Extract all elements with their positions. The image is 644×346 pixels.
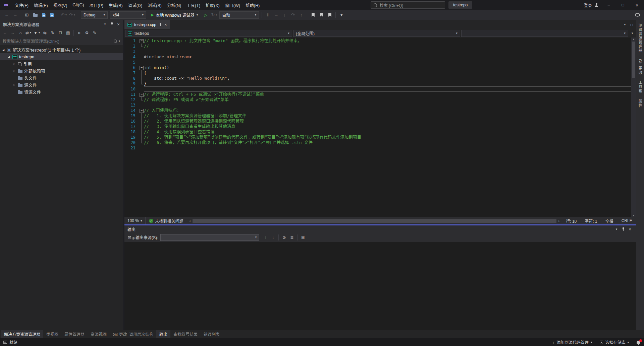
zoom-dropdown[interactable]: 100 % (124, 217, 146, 224)
scroll-right-icon[interactable] (556, 219, 562, 222)
menu-item[interactable]: 视图(V) (51, 0, 70, 10)
float-window-button[interactable] (629, 22, 635, 28)
collapse-all-icon[interactable]: ⊟ (57, 29, 64, 37)
code-line[interactable]: 21 (124, 145, 631, 151)
solution-search-box[interactable]: 搜索解决方案资源管理器(Ctrl+;) (0, 37, 123, 45)
member-dropdown[interactable] (461, 30, 628, 37)
tree-item[interactable]: 外部依赖项 (0, 67, 123, 74)
document-health-indicator[interactable]: 未找到相关问题 (146, 217, 187, 224)
sign-in-button[interactable]: 登录 (581, 2, 602, 8)
code-line[interactable]: 5 (124, 60, 631, 65)
code-line[interactable]: 18// 4. 使用错误列表窗口查看错误 (124, 129, 631, 135)
tool-window-tab[interactable]: 错误列表 (201, 330, 223, 338)
show-next-statement-icon[interactable]: → (272, 11, 280, 19)
goto-previous-message-icon[interactable]: ↑ (262, 234, 269, 241)
menu-item[interactable]: 生成(B) (106, 0, 125, 10)
code-line[interactable]: 14// 入门使用技巧: (124, 108, 631, 113)
expander-icon[interactable] (12, 70, 16, 72)
menu-item[interactable]: 帮助(H) (243, 0, 262, 10)
step-over-icon[interactable]: ↷ (289, 11, 297, 19)
pin-button[interactable] (109, 21, 115, 27)
pin-button[interactable] (620, 226, 626, 232)
code-line[interactable]: 9} (124, 81, 631, 86)
window-position-button[interactable] (102, 21, 108, 27)
tree-item[interactable]: testrepo (0, 53, 123, 60)
code-line[interactable]: 15// 1. 使用解决方案资源管理器窗口添加/管理文件 (124, 113, 631, 119)
tool-window-tab[interactable]: 调用层次结构 (126, 330, 156, 338)
wrench-icon[interactable]: ⚙ (83, 29, 91, 37)
encoding-indicator[interactable]: CRLF (618, 218, 636, 223)
pin-messages-icon[interactable]: ⊞ (299, 234, 307, 241)
menu-item[interactable]: 编辑(E) (31, 0, 51, 10)
output-source-combo[interactable] (160, 234, 259, 241)
document-list-button[interactable] (622, 22, 628, 28)
tool-window-tab[interactable]: 查找符号结果 (170, 330, 201, 338)
hot-reload-icon[interactable]: ↻ (210, 11, 218, 19)
toolbar-options-icon[interactable]: ▾ (337, 11, 345, 19)
code-line[interactable]: 11// 运行程序: Ctrl + F5 或调试 >“开始执行(不调试)”菜单 (124, 92, 631, 97)
show-all-files-icon[interactable]: ▤ (64, 29, 72, 37)
code-line[interactable]: 6int main() (124, 65, 631, 70)
break-all-icon[interactable]: ‖ (264, 11, 272, 19)
tool-window-tab[interactable]: 类视图 (43, 330, 61, 338)
scope-dropdown[interactable]: (全局范围) (293, 30, 460, 37)
visual-studio-logo-icon[interactable] (0, 2, 12, 8)
add-to-source-control-button[interactable]: 添加到源代码管理 (549, 338, 596, 346)
tree-item[interactable]: 引用 (0, 60, 123, 67)
navigate-forward-icon[interactable]: → (11, 11, 19, 19)
code-line[interactable]: 7{ (124, 70, 631, 76)
navbar-expand-button[interactable] (629, 30, 635, 37)
next-bookmark-icon[interactable] (326, 11, 334, 19)
step-into-icon[interactable]: ↓ (280, 11, 288, 19)
undo-icon[interactable]: ↶ (60, 11, 68, 19)
refresh-icon[interactable]: ↻ (49, 29, 56, 37)
new-project-icon[interactable]: ⊞ (23, 11, 31, 19)
code-line[interactable]: 12// 调试程序: F5 或调试 >“开始调试”菜单 (124, 97, 631, 102)
expander-icon[interactable] (12, 84, 16, 86)
code-line[interactable]: 13 (124, 102, 631, 108)
pending-changes-filter-icon[interactable]: ▼ (33, 29, 41, 37)
expander-icon[interactable] (7, 56, 11, 58)
menu-item[interactable]: 文件(F) (12, 0, 31, 10)
window-position-button[interactable] (613, 226, 620, 232)
expander-icon[interactable] (1, 49, 5, 51)
sync-with-active-document-icon[interactable]: ⇆ (41, 29, 49, 37)
home-icon[interactable]: ⌂ (17, 29, 24, 37)
code-line[interactable]: 2// (124, 44, 631, 49)
step-out-icon[interactable]: ↑ (297, 11, 305, 19)
code-line[interactable]: 4#include <iostream> (124, 54, 631, 60)
tree-item[interactable]: 解决方案“testrepo”(1 个项目/共 1 个) (0, 46, 123, 53)
close-tab-icon[interactable] (164, 22, 167, 27)
save-icon[interactable] (40, 11, 48, 19)
menu-item[interactable]: 扩展(X) (203, 0, 222, 10)
vertical-scrollbar[interactable] (631, 38, 636, 217)
pin-tab-icon[interactable] (159, 23, 162, 26)
horizontal-scrollbar[interactable] (187, 217, 562, 224)
auto-hide-tab[interactable]: 工具箱 (638, 80, 643, 93)
start-debugging-button[interactable]: 本地 Windows 调试器 (148, 11, 201, 19)
menu-item[interactable]: 窗口(W) (222, 0, 243, 10)
spaces-indicator[interactable]: 空格 (601, 218, 618, 224)
solution-name-badge[interactable]: testrepo (448, 1, 472, 9)
code-line[interactable]: 10 (124, 86, 631, 92)
code-line[interactable]: 20// 6. 将来，若要再次打开此项目，请转到“文件”>“打开”>“项目”并选… (124, 140, 631, 145)
se-forward-icon[interactable]: → (9, 29, 16, 37)
line-indicator[interactable]: 行: 10 (562, 218, 581, 224)
tool-window-tab[interactable]: 解决方案资源管理器 (1, 330, 43, 338)
tool-window-tab[interactable]: 输出 (156, 330, 170, 338)
tool-window-tab[interactable]: 资源视图 (88, 330, 110, 338)
tree-item[interactable]: 源文件 (0, 81, 123, 88)
tool-window-tab[interactable]: 属性管理器 (61, 330, 88, 338)
menu-item[interactable]: 调试(D) (125, 0, 145, 10)
vertical-scrollbar-thumb[interactable] (632, 42, 635, 78)
code-line[interactable]: 8 std::cout << "Hello World!\n"; (124, 76, 631, 81)
send-feedback-button[interactable] (633, 11, 641, 19)
menu-item[interactable]: 工具(T) (184, 0, 203, 10)
code-editor[interactable]: 1// testrepo.cpp : 此文件包含 "main" 函数。程序执行将… (124, 38, 631, 217)
project-dropdown[interactable]: testrepo (125, 30, 292, 37)
menu-item[interactable]: 测试(S) (145, 0, 164, 10)
close-panel-button[interactable] (627, 226, 633, 232)
horizontal-scrollbar-track[interactable] (193, 217, 557, 224)
goto-next-message-icon[interactable]: ↓ (269, 234, 277, 241)
fold-margin[interactable] (139, 65, 144, 70)
